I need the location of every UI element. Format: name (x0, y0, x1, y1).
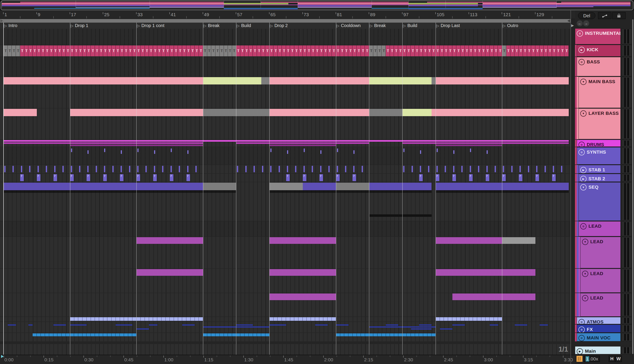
stab1-note[interactable] (237, 166, 238, 172)
stab1-note[interactable] (470, 166, 471, 172)
locator-break[interactable]: ▷Break (203, 23, 220, 28)
lane-lead3[interactable] (0, 293, 570, 316)
lane-instrumental[interactable] (0, 29, 570, 45)
stab1-note[interactable] (345, 166, 346, 172)
lane-seq[interactable] (0, 182, 570, 221)
lane-drums[interactable] (0, 140, 570, 147)
kick-clip[interactable]: TTTTTTTTTTTTTTTTTTTTTTTTTTTT (386, 46, 502, 56)
stab1-note[interactable] (328, 166, 330, 172)
stab1-note[interactable] (461, 166, 463, 172)
stab2-clip[interactable]: 7 (436, 174, 439, 181)
stab1-note[interactable] (13, 166, 14, 172)
kick-clip[interactable]: TTTTTTTTTTTTTTTTTTTTTTTTTTTTTTTTTTTTTTTT… (20, 46, 203, 56)
lead3-clip[interactable] (270, 294, 336, 316)
stab1-note[interactable] (528, 166, 529, 172)
fx-clip[interactable] (149, 324, 157, 326)
mainbass-clip[interactable] (203, 77, 261, 108)
fx-clip[interactable] (490, 324, 498, 326)
stab2-clip[interactable]: 7 (186, 174, 190, 181)
stab2-clip[interactable]: 7 (153, 174, 157, 181)
track-header-main-voc[interactable]: ≡MAIN VOC (575, 333, 632, 342)
layerbass-clip[interactable] (402, 109, 432, 139)
track-header-stab-1[interactable]: ▶STAB 1 (575, 165, 632, 173)
layerbass-clip[interactable] (432, 109, 569, 139)
audition-waveform-button[interactable] (576, 356, 583, 362)
drums-stripe[interactable] (4, 140, 569, 142)
stab1-note[interactable] (420, 166, 421, 172)
stab1-note[interactable] (46, 166, 47, 172)
loop-end-marker[interactable] (567, 19, 570, 22)
stab1-note[interactable] (145, 166, 147, 172)
track-header-stab-2[interactable]: ▶STAB 2 (575, 174, 632, 182)
song-overview[interactable] (0, 0, 634, 10)
loop-region-bar[interactable] (0, 19, 570, 23)
stab1-note[interactable] (511, 166, 513, 172)
layerbass-clip[interactable] (369, 109, 402, 139)
stab1-note[interactable] (195, 166, 197, 172)
fold-icon[interactable]: ▼ (582, 239, 588, 245)
locator-scroll-right-icon[interactable]: ▶ (571, 23, 574, 28)
stab1-note[interactable] (54, 166, 56, 172)
drums-stripe[interactable] (4, 142, 203, 144)
play-icon[interactable]: ▶ (580, 176, 586, 182)
stab1-note[interactable] (4, 166, 6, 172)
stab2-clip[interactable]: 7 (319, 174, 323, 181)
stab2-clip[interactable]: 7 (336, 174, 340, 181)
fx-clip[interactable] (453, 324, 465, 326)
delete-button[interactable]: Del (578, 12, 595, 19)
stab1-note[interactable] (279, 166, 280, 172)
stab1-note[interactable] (96, 166, 97, 172)
stab2-clip[interactable]: 7 (103, 174, 107, 181)
locator-row[interactable]: ▷Intro▷Drop 1▷Drop 1 cont▷Break▷Build▷Dr… (0, 22, 570, 29)
stab1-note[interactable] (170, 166, 172, 172)
stab1-note[interactable] (262, 166, 263, 172)
lane-synths[interactable] (0, 147, 570, 164)
fx-clip[interactable] (540, 324, 548, 326)
stab1-note[interactable] (21, 166, 22, 172)
stab1-note[interactable] (362, 166, 363, 172)
stab1-note[interactable] (445, 166, 446, 172)
lane-stab2[interactable]: 7777777777777777777777777 (0, 174, 570, 182)
fx-clip[interactable] (136, 328, 149, 330)
locator-break[interactable]: ▷Break (370, 23, 386, 28)
locator-drop-1[interactable]: ▷Drop 1 (71, 23, 88, 28)
stab1-note[interactable] (561, 166, 562, 172)
lane-mainbass[interactable] (0, 77, 570, 108)
track-header-kick[interactable]: ▶KICK (575, 45, 632, 56)
main-voc-clip[interactable] (336, 334, 436, 336)
lead1-clip[interactable] (436, 237, 502, 268)
track-header-synths[interactable]: ≡SYNTHS (575, 147, 632, 164)
track-header-lead[interactable]: ▼LEAD (575, 237, 632, 268)
stab1-note[interactable] (486, 166, 488, 172)
lane-lead1[interactable] (0, 237, 570, 268)
fx-clip[interactable] (29, 324, 33, 326)
main-voc-clip[interactable] (33, 334, 136, 336)
arrangement-grid[interactable]: TTTTTTTTTTTTTTTTTTTTTTTTTTTTTTTTTTTTTTTT… (0, 29, 570, 355)
lane-stab1[interactable] (0, 165, 570, 173)
kick-clip[interactable]: TTTTTTTT (203, 46, 237, 56)
fx-clip[interactable] (116, 324, 132, 326)
seq-clip[interactable] (270, 183, 336, 220)
stab1-note[interactable] (478, 166, 479, 172)
group-icon[interactable]: ≡ (577, 30, 583, 36)
vertical-scrollbar[interactable] (632, 19, 633, 354)
lane-kick[interactable]: TTTTTTTTTTTTTTTTTTTTTTTTTTTTTTTTTTTTTTTT… (0, 45, 570, 56)
stab2-clip[interactable]: 7 (419, 174, 423, 181)
lock-envelopes-button[interactable] (612, 12, 625, 19)
stab2-clip[interactable]: 7 (37, 174, 40, 181)
fx-clip[interactable] (182, 324, 195, 326)
group-icon[interactable]: ≡ (578, 319, 585, 324)
mainbass-clip[interactable] (261, 77, 270, 108)
locator-outro[interactable]: ▷Outro (503, 23, 518, 28)
stab2-clip[interactable]: 7 (303, 174, 306, 181)
fx-clip[interactable] (8, 324, 16, 326)
stab1-note[interactable] (553, 166, 554, 172)
playhead-triangle[interactable] (1, 355, 4, 358)
track-header-atmos[interactable]: ≡ATMOS (575, 317, 632, 324)
group-icon[interactable]: ≡ (580, 223, 586, 230)
stab1-note[interactable] (62, 166, 64, 172)
stab1-note[interactable] (353, 166, 354, 172)
drums-stripe[interactable] (270, 144, 336, 146)
stab1-note[interactable] (545, 166, 546, 172)
seq-clip[interactable] (336, 183, 369, 220)
